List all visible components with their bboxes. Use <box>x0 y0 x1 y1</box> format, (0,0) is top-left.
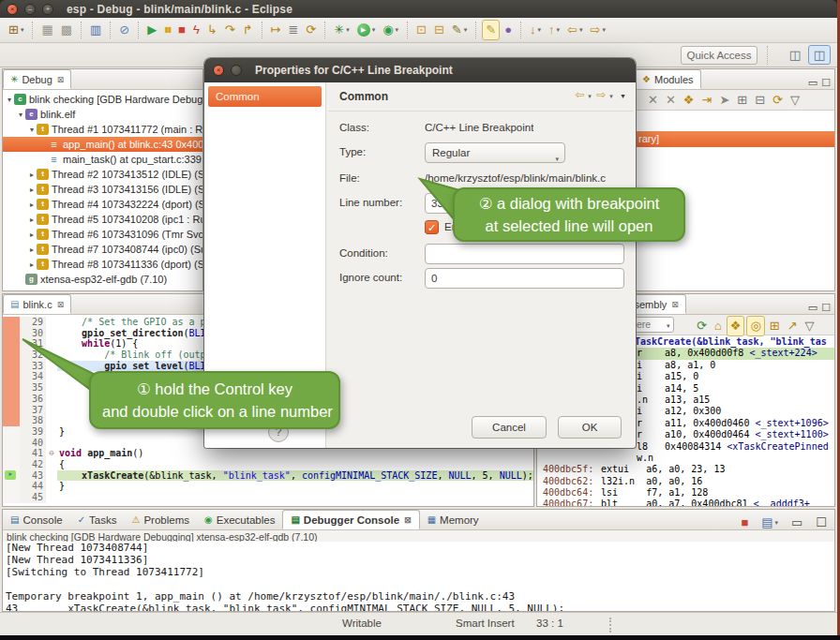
instruction-stepping-icon[interactable]: ↦ <box>268 20 284 40</box>
editor-annotation-column[interactable]: ➤ <box>3 470 20 482</box>
expanded-arrow-icon[interactable]: ▾ <box>5 96 14 104</box>
line-number[interactable]: 42 <box>20 459 46 470</box>
editor-line[interactable]: ➤43 xTaskCreate(&blink_task, "blink_task… <box>3 470 533 482</box>
view-menu-icon[interactable]: ▽ <box>788 90 802 111</box>
save-icon[interactable]: ▦ <box>38 20 55 40</box>
view-menu-icon[interactable]: ▼ <box>620 93 626 99</box>
close-icon[interactable]: ⊠ <box>57 75 65 84</box>
sidebar-item-common[interactable]: Common <box>208 86 322 107</box>
remove-module-icon[interactable]: ✕ <box>645 90 661 111</box>
type-select[interactable]: Regular ▾ <box>425 142 565 163</box>
show-source-icon[interactable]: ◎ <box>746 316 764 336</box>
open-resource-icon[interactable]: ⊟ <box>431 20 447 40</box>
editor-line[interactable]: 44} <box>3 481 533 492</box>
tab-tasks[interactable]: ✓Tasks <box>70 510 125 529</box>
refresh-modules-icon[interactable]: ⟳ <box>770 90 786 111</box>
line-number[interactable]: 41 <box>20 448 46 459</box>
open-new-view-icon[interactable]: ↗ <box>785 316 801 336</box>
run-external-tools-icon[interactable]: ◉▾ <box>380 20 401 40</box>
tab-modules[interactable]: ❖ Modules <box>635 69 701 89</box>
collapsed-arrow-icon[interactable]: ▸ <box>27 246 37 254</box>
minimize-icon[interactable]: ▭ <box>788 513 805 533</box>
close-icon[interactable]: ⊠ <box>404 515 412 525</box>
breakpoint-instruction-pointer-icon[interactable]: ➤ <box>5 470 16 480</box>
close-icon[interactable]: ⊠ <box>671 300 679 309</box>
terminate-console-icon[interactable]: ■ <box>738 513 751 533</box>
collapsed-arrow-icon[interactable]: ▸ <box>27 201 37 209</box>
window-close-icon[interactable]: × <box>7 4 18 15</box>
chevron-down-icon[interactable]: ▾ <box>464 26 468 34</box>
tab-problems[interactable]: ⚠Problems <box>124 510 197 529</box>
step-return-icon[interactable]: ↱ <box>240 20 256 40</box>
open-folder-icon[interactable]: ⊡ <box>413 20 429 40</box>
tree-row[interactable]: ▸tThread #4 1073432224 (dport) (Sus <box>3 197 202 212</box>
load-symbols-icon[interactable]: ❖ <box>681 90 698 111</box>
tree-row[interactable]: ▸tThread #5 1073410208 (ipc1 : Runni <box>3 212 202 227</box>
skip-all-breakpoints-icon[interactable]: ⊘ <box>116 20 132 40</box>
tab-memory[interactable]: ▦Memory <box>420 510 487 529</box>
line-number[interactable]: 43 <box>20 470 46 482</box>
expand-all-icon[interactable]: ⊞ <box>734 90 750 111</box>
dialog-help-circle-icon[interactable] <box>231 65 242 76</box>
cancel-button[interactable]: Cancel <box>472 416 547 439</box>
step-into-icon[interactable]: ↳ <box>204 20 220 40</box>
save-all-icon[interactable]: ▩ <box>58 20 75 40</box>
new-wizard-icon[interactable]: ⊞▾ <box>6 20 26 40</box>
editor-line[interactable]: 45 <box>3 492 533 503</box>
load-symbols-all-icon[interactable]: ⇥ <box>698 90 714 111</box>
maximize-icon[interactable]: ☐ <box>821 301 831 314</box>
tree-row[interactable]: ▾tThread #1 1073411772 (main : Runn <box>3 122 202 137</box>
terminate-icon[interactable]: ■ <box>175 20 188 40</box>
chevron-down-icon[interactable]: ▾ <box>372 26 376 34</box>
toggle-highlight-icon[interactable]: ✎ <box>482 20 500 40</box>
close-icon[interactable]: ⊠ <box>57 300 65 309</box>
expanded-arrow-icon[interactable]: ▾ <box>27 126 37 134</box>
forward-arrow-icon[interactable]: ⇨ <box>596 88 608 101</box>
tree-row[interactable]: ▾cblink checking [GDB Hardware Debug <box>3 92 202 107</box>
expanded-arrow-icon[interactable]: ▾ <box>16 111 25 119</box>
tab-console[interactable]: ▤Console <box>3 510 70 529</box>
editor-line[interactable]: 42{ <box>3 459 533 470</box>
tab-blink-c[interactable]: ▤ blink.c ⊠ <box>3 294 71 314</box>
ignore-count-input[interactable]: 0 <box>425 268 624 289</box>
display-selected-console-icon[interactable]: ▤▾ <box>758 513 781 533</box>
chevron-down-icon[interactable]: ▾ <box>557 26 561 34</box>
tree-row[interactable]: ▸tThread #2 1073413512 (IDLE) (Susp <box>3 167 202 182</box>
chevron-down-icon[interactable]: ▾ <box>602 26 606 34</box>
forward-history-icon[interactable]: ⇨▾ <box>587 20 608 40</box>
tree-row[interactable]: ▾eblink.elf <box>3 107 202 122</box>
chevron-down-icon[interactable]: ▾ <box>538 26 542 34</box>
suspend-icon[interactable]: ▮▮ <box>161 20 173 40</box>
cpp-perspective-button[interactable]: ◫ <box>784 45 806 65</box>
chevron-down-icon[interactable]: ▾ <box>396 26 399 34</box>
collapsed-arrow-icon[interactable]: ▸ <box>27 231 37 239</box>
line-number[interactable]: 44 <box>20 481 46 492</box>
window-minimize-icon[interactable]: – <box>24 4 36 15</box>
tree-row[interactable]: ▸tThread #8 1073411336 (dport) (Sus <box>3 257 202 272</box>
tab-executables[interactable]: ◉Executables <box>197 510 282 529</box>
maximize-icon[interactable]: ☐ <box>821 76 831 89</box>
minimize-icon[interactable]: ▭ <box>808 76 818 89</box>
select-module-icon[interactable]: ➤ <box>716 90 732 111</box>
maximize-icon[interactable]: ☐ <box>813 513 830 533</box>
chevron-down-icon[interactable]: ▾ <box>346 26 350 34</box>
line-number[interactable]: 40 <box>20 438 46 449</box>
line-number[interactable]: 39 <box>20 426 46 438</box>
console-output[interactable]: [New Thread 1073408744][New Thread 10734… <box>3 542 834 611</box>
tree-row[interactable]: ▸tThread #7 1073408744 (ipc0) (Susp <box>3 242 202 257</box>
ok-button[interactable]: OK <box>558 416 622 439</box>
tree-row[interactable]: ▸tThread #3 1073413156 (IDLE) (Susp <box>3 182 202 197</box>
refresh-view-icon[interactable]: ⟳ <box>694 316 710 336</box>
quick-access-button[interactable]: Quick Access <box>681 46 758 65</box>
editor-line[interactable]: 41⊖void app_main() <box>3 448 533 459</box>
refresh-debug-icon[interactable]: ⟳ <box>303 20 319 40</box>
last-edit-location-icon[interactable]: ↓▾ <box>527 20 544 40</box>
home-icon[interactable]: ⌂ <box>712 316 725 336</box>
back-arrow-icon[interactable]: ⇦ <box>575 88 586 101</box>
debug-icon[interactable]: ✳▾ <box>331 20 352 40</box>
pin-editor-icon[interactable]: ✎▾ <box>449 20 470 40</box>
chevron-down-icon[interactable]: ▾ <box>21 26 24 34</box>
minimize-icon[interactable]: ▭ <box>808 301 818 314</box>
tree-row[interactable]: ≡main_task() at cpu_start.c:339 0x4 <box>3 152 202 167</box>
new-view-icon[interactable]: ⊞ <box>767 316 783 336</box>
